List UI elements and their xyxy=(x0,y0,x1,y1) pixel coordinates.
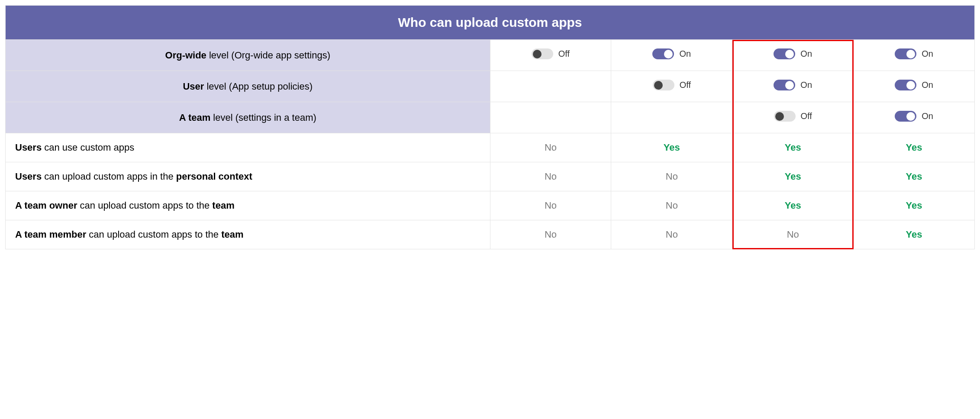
toggle-cell: On xyxy=(854,40,975,71)
outcome-label-cell: Users can use custom apps xyxy=(6,133,490,162)
toggle-off-icon: Off xyxy=(653,80,691,90)
toggle-on-icon: On xyxy=(895,111,933,122)
value-cell: No xyxy=(611,220,732,249)
value-cell: Yes xyxy=(854,220,975,249)
toggle-state-label: On xyxy=(922,111,933,121)
outcome-label-cell: Users can upload custom apps in the pers… xyxy=(6,162,490,191)
toggle-cell: On xyxy=(854,102,975,133)
outcome-text: can upload custom apps to the xyxy=(77,200,212,211)
toggle-state-label: On xyxy=(800,80,812,90)
toggle-cell xyxy=(490,71,611,102)
outcome-text: can upload custom apps in the xyxy=(42,171,176,182)
level-bold: User xyxy=(183,81,204,92)
toggle-cell xyxy=(611,102,732,133)
value-cell: Yes xyxy=(854,162,975,191)
level-rest: level (Org-wide app settings) xyxy=(206,50,330,61)
toggle-cell: On xyxy=(611,40,732,71)
level-label-cell: A team level (settings in a team) xyxy=(6,102,490,133)
level-row: Org-wide level (Org-wide app settings) O… xyxy=(6,40,975,71)
toggle-cell: On xyxy=(732,71,854,102)
toggle-on-icon: On xyxy=(774,48,812,59)
toggle-off-icon: Off xyxy=(532,48,570,59)
outcome-text: can upload custom apps to the xyxy=(86,229,221,240)
value-cell: Yes xyxy=(854,191,975,220)
outcome-bold: personal context xyxy=(176,171,252,182)
level-row: User level (App setup policies) Off On O… xyxy=(6,71,975,102)
toggle-state-label: Off xyxy=(801,111,812,121)
outcome-bold: Users xyxy=(15,142,42,153)
level-bold: Org-wide xyxy=(165,50,206,61)
outcome-bold: Users xyxy=(15,171,42,182)
value-cell: Yes xyxy=(611,133,732,162)
value-cell: Yes xyxy=(732,191,854,220)
table-header-row: Who can upload custom apps xyxy=(6,6,975,40)
toggle-state-label: Off xyxy=(558,49,570,59)
outcome-row: Users can upload custom apps in the pers… xyxy=(6,162,975,191)
value-cell: No xyxy=(490,220,611,249)
toggle-on-icon: On xyxy=(774,80,812,90)
outcome-row: A team owner can upload custom apps to t… xyxy=(6,191,975,220)
toggle-cell: Off xyxy=(490,40,611,71)
toggle-on-icon: On xyxy=(652,48,691,59)
toggle-on-icon: On xyxy=(895,48,933,59)
level-label-cell: Org-wide level (Org-wide app settings) xyxy=(6,40,490,71)
toggle-cell: On xyxy=(854,71,975,102)
level-rest: level (settings in a team) xyxy=(210,112,316,123)
value-cell: Yes xyxy=(732,133,854,162)
outcome-text: can use custom apps xyxy=(42,142,134,153)
toggle-cell xyxy=(490,102,611,133)
outcome-bold: team xyxy=(212,200,234,211)
toggle-on-icon: On xyxy=(895,80,933,90)
value-cell: No xyxy=(490,191,611,220)
table-wrapper: Who can upload custom apps Org-wide leve… xyxy=(5,5,975,249)
toggle-cell: On xyxy=(732,40,854,71)
toggle-cell: Off xyxy=(732,102,854,133)
outcome-row: Users can use custom apps No Yes Yes Yes xyxy=(6,133,975,162)
toggle-state-label: On xyxy=(679,49,691,59)
outcome-bold: team xyxy=(221,229,243,240)
toggle-state-label: Off xyxy=(680,80,691,90)
value-cell: Yes xyxy=(854,133,975,162)
toggle-off-icon: Off xyxy=(774,111,812,122)
level-row: A team level (settings in a team) Off On xyxy=(6,102,975,133)
toggle-state-label: On xyxy=(800,49,812,59)
value-cell: Yes xyxy=(732,162,854,191)
table-title: Who can upload custom apps xyxy=(6,6,975,40)
toggle-state-label: On xyxy=(922,80,933,90)
level-rest: level (App setup policies) xyxy=(204,81,313,92)
value-cell: No xyxy=(490,133,611,162)
outcome-row: A team member can upload custom apps to … xyxy=(6,220,975,249)
value-cell: No xyxy=(490,162,611,191)
value-cell: No xyxy=(611,191,732,220)
toggle-cell: Off xyxy=(611,71,732,102)
value-cell: No xyxy=(611,162,732,191)
value-cell: No xyxy=(732,220,854,249)
permissions-table: Who can upload custom apps Org-wide leve… xyxy=(5,5,975,249)
outcome-label-cell: A team member can upload custom apps to … xyxy=(6,220,490,249)
toggle-state-label: On xyxy=(922,49,933,59)
outcome-bold: A team owner xyxy=(15,200,77,211)
level-bold: A team xyxy=(179,112,211,123)
outcome-label-cell: A team owner can upload custom apps to t… xyxy=(6,191,490,220)
level-label-cell: User level (App setup policies) xyxy=(6,71,490,102)
outcome-bold: A team member xyxy=(15,229,86,240)
